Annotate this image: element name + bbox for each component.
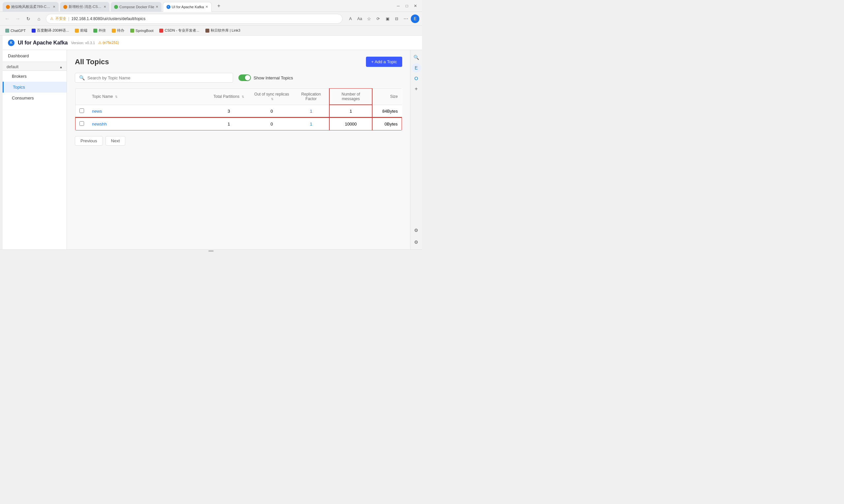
omnibox-url: 192.168.1.4:8080/ui/clusters/default/top… bbox=[71, 16, 338, 21]
row-checkbox-news[interactable] bbox=[80, 108, 84, 113]
sidebar-toggle-button[interactable]: ▣ bbox=[383, 15, 392, 23]
close-icon-1[interactable]: ✕ bbox=[53, 5, 55, 8]
main-content: All Topics + Add a Topic 🔍 bbox=[67, 50, 410, 249]
checkbox-newshh[interactable] bbox=[75, 118, 88, 130]
more-button[interactable]: ⋯ bbox=[401, 15, 410, 23]
next-button[interactable]: Next bbox=[105, 136, 126, 146]
partitions-newshh: 1 bbox=[207, 118, 250, 130]
split-view-button[interactable]: ⊟ bbox=[392, 15, 401, 23]
topic-name-news[interactable]: news bbox=[88, 105, 207, 118]
toggle-label: Show Internal Topics bbox=[254, 75, 293, 80]
sidebar-settings-icon[interactable]: ⚙ bbox=[412, 237, 421, 247]
collapse-icon[interactable]: ▲ bbox=[59, 65, 63, 69]
brokers-label: Brokers bbox=[12, 74, 27, 79]
app-kafka-icon: K bbox=[8, 39, 15, 46]
tab-favicon-2 bbox=[63, 5, 67, 9]
table-row-news: news 3 0 1 bbox=[75, 105, 402, 118]
col-header-checkbox bbox=[75, 88, 88, 105]
sidebar-outlook-icon[interactable]: O bbox=[412, 74, 421, 83]
sidebar-item-brokers[interactable]: Brokers bbox=[3, 71, 67, 82]
omnibox[interactable]: ⚠ 不安全 | 192.168.1.4:8080/ui/clusters/def… bbox=[46, 14, 343, 24]
consumers-label: Consumers bbox=[12, 95, 34, 101]
size-newshh: 0Bytes bbox=[372, 118, 402, 130]
sidebar-item-dashboard[interactable]: Dashboard bbox=[3, 50, 67, 61]
translate-button[interactable]: A bbox=[346, 15, 355, 23]
minimize-button[interactable]: ─ bbox=[394, 2, 402, 10]
tab-favicon-1 bbox=[6, 5, 10, 9]
dashboard-label: Dashboard bbox=[8, 53, 29, 58]
col-header-replication: Replication Factor bbox=[293, 88, 329, 105]
sidebar-feedback-icon[interactable]: ⚙ bbox=[412, 226, 421, 235]
search-icon: 🔍 bbox=[79, 75, 85, 80]
close-icon-4[interactable]: ✕ bbox=[205, 5, 208, 8]
sync-newshh: 0 bbox=[250, 118, 293, 130]
bookmark-csdn[interactable]: CSDN - 专业开发者... bbox=[157, 28, 202, 34]
close-icon-2[interactable]: ✕ bbox=[104, 5, 106, 8]
home-button[interactable]: ⌂ bbox=[34, 14, 44, 23]
forward-button[interactable]: → bbox=[13, 14, 22, 23]
page-title: All Topics bbox=[75, 58, 109, 66]
col-header-size: Size bbox=[372, 88, 402, 105]
num-messages-newshh: 10000 bbox=[329, 118, 372, 130]
app-title: UI for Apache Kafka bbox=[18, 40, 68, 46]
sync-news: 0 bbox=[250, 105, 293, 118]
version-warning[interactable]: ⚠ (e75c251) bbox=[98, 40, 119, 45]
sidebar-search-icon[interactable]: 🔍 bbox=[412, 53, 421, 62]
tab-tab1[interactable]: 她似晚风般温柔789-CSDN博客 ✕ bbox=[3, 2, 59, 12]
bookmark-chatgpt[interactable]: ChatGPT bbox=[3, 28, 28, 33]
tab-title-3: Compose Docker File bbox=[119, 5, 154, 9]
partitions-news: 3 bbox=[207, 105, 250, 118]
url-separator: | bbox=[68, 16, 69, 21]
bookmark-addon[interactable]: 外挂 bbox=[91, 28, 108, 34]
row-checkbox-newshh[interactable] bbox=[80, 121, 84, 126]
close-window-button[interactable]: ✕ bbox=[411, 2, 419, 10]
sidebar-item-topics[interactable]: Topics bbox=[3, 82, 67, 93]
show-internal-toggle[interactable] bbox=[238, 74, 251, 81]
col-header-num-messages: Number of messages bbox=[329, 88, 372, 105]
topic-name-newshh[interactable]: newshh bbox=[88, 118, 207, 130]
extension-button[interactable]: ⟳ bbox=[374, 15, 382, 23]
maximize-button[interactable]: □ bbox=[403, 2, 411, 10]
security-icon: ⚠ bbox=[50, 16, 53, 21]
col-header-out-of-sync[interactable]: Out of sync replicas ⇅ bbox=[250, 88, 293, 105]
back-button[interactable]: ← bbox=[3, 14, 12, 23]
close-icon-3[interactable]: ✕ bbox=[156, 5, 158, 8]
bookmark-frontend[interactable]: 前端 bbox=[72, 28, 90, 34]
topics-label: Topics bbox=[13, 85, 25, 90]
browser-right-panel: 🔍 E O + ⚙ ⚙ bbox=[410, 50, 422, 249]
reader-button[interactable]: Aa bbox=[356, 15, 364, 23]
window-controls: ─ □ ✕ bbox=[394, 2, 419, 10]
cluster-name: default bbox=[6, 65, 18, 69]
sidebar-add-icon[interactable]: + bbox=[412, 84, 421, 93]
sidebar-item-consumers[interactable]: Consumers bbox=[3, 93, 67, 104]
replication-news: 1 bbox=[293, 105, 329, 118]
sort-icon-partitions: ⇅ bbox=[242, 95, 244, 98]
tab-favicon-3 bbox=[114, 5, 118, 9]
add-topic-button[interactable]: + Add a Topic bbox=[366, 57, 402, 67]
size-news: 84Bytes bbox=[372, 105, 402, 118]
tab-tab3[interactable]: Compose Docker File ✕ bbox=[111, 2, 161, 12]
search-input-wrap: 🔍 bbox=[75, 73, 233, 83]
previous-button[interactable]: Previous bbox=[75, 136, 103, 146]
bookmark-springboot[interactable]: SpringBoot bbox=[127, 28, 156, 33]
checkbox-news[interactable] bbox=[75, 105, 88, 118]
tab-title-2: 新增粉丝-消息-CSDN bbox=[69, 4, 102, 9]
search-input[interactable] bbox=[87, 75, 229, 80]
tab-title-4: UI for Apache Kafka bbox=[172, 5, 204, 9]
col-header-partitions[interactable]: Total Partitions ⇅ bbox=[207, 88, 250, 105]
topics-table: Topic Name ⇅ Total Partitions ⇅ Out of s… bbox=[75, 88, 402, 131]
app-version: Version: v0.3.1 bbox=[71, 41, 95, 45]
sort-icon-sync: ⇅ bbox=[271, 97, 274, 101]
reload-button[interactable]: ↻ bbox=[24, 14, 33, 23]
new-tab-button[interactable]: + bbox=[214, 1, 224, 11]
bookmark-todo[interactable]: 待办 bbox=[109, 28, 127, 34]
app-header: K UI for Apache Kafka Version: v0.3.1 ⚠ … bbox=[3, 36, 422, 50]
tab-tab4[interactable]: K UI for Apache Kafka ✕ bbox=[163, 2, 212, 12]
col-header-topic-name[interactable]: Topic Name ⇅ bbox=[88, 88, 207, 105]
bookmark-link3[interactable]: 秋日软件库 | Link3 bbox=[203, 28, 243, 34]
sidebar-edge-icon[interactable]: E bbox=[412, 63, 421, 72]
profile-button[interactable]: E bbox=[411, 15, 419, 23]
favorites-button[interactable]: ☆ bbox=[365, 15, 373, 23]
tab-tab2[interactable]: 新增粉丝-消息-CSDN ✕ bbox=[60, 2, 109, 12]
bookmark-baidu[interactable]: 百度翻译-200种语... bbox=[29, 28, 71, 34]
